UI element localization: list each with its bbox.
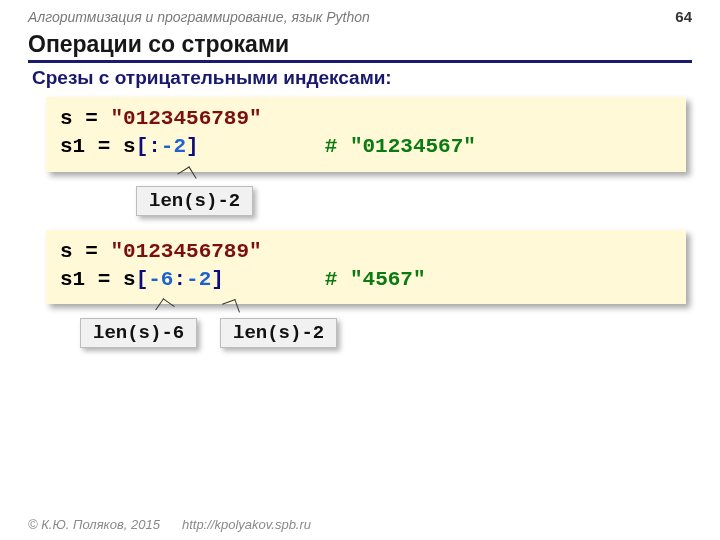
code-comment: # "01234567"	[325, 135, 476, 158]
code-negindex: -6	[148, 268, 173, 291]
code-var: s =	[60, 240, 110, 263]
annotation-len-s-minus-2: len(s)-2	[220, 318, 337, 348]
code-var: s1 = s	[60, 268, 136, 291]
footer-url: http://kpolyakov.spb.ru	[182, 517, 311, 532]
annotation-len-s-minus-2: len(s)-2	[136, 186, 253, 216]
code-bracket: [	[136, 135, 149, 158]
code-pad	[199, 135, 325, 158]
code-block-1: s = "0123456789" s1 = s[:-2] # "01234567…	[46, 97, 686, 172]
code-colon: :	[173, 268, 186, 291]
annotation-len-s-minus-6: len(s)-6	[80, 318, 197, 348]
code-line: s1 = s[-6:-2] # "4567"	[60, 266, 672, 294]
slide: Алгоритмизация и программирование, язык …	[0, 0, 720, 540]
course-name: Алгоритмизация и программирование, язык …	[28, 9, 370, 25]
code-string: "0123456789"	[110, 240, 261, 263]
code-colon: :	[148, 135, 161, 158]
annotation-row-1: len(s)-2	[28, 172, 692, 226]
slide-subtitle: Срезы с отрицательными индексами:	[32, 67, 688, 89]
slide-title: Операции со строками	[28, 31, 692, 63]
code-var: s =	[60, 107, 110, 130]
slide-header: Алгоритмизация и программирование, язык …	[28, 8, 692, 25]
code-pad	[224, 268, 325, 291]
annotation-row-2: len(s)-6 len(s)-2	[28, 304, 692, 358]
code-line: s1 = s[:-2] # "01234567"	[60, 133, 672, 161]
code-string: "0123456789"	[110, 107, 261, 130]
code-bracket: ]	[211, 268, 224, 291]
code-negindex: -2	[161, 135, 186, 158]
code-comment: # "4567"	[325, 268, 426, 291]
code-negindex: -2	[186, 268, 211, 291]
page-number: 64	[675, 8, 692, 25]
code-block-2: s = "0123456789" s1 = s[-6:-2] # "4567"	[46, 230, 686, 305]
code-line: s = "0123456789"	[60, 238, 672, 266]
slide-footer: © К.Ю. Поляков, 2015 http://kpolyakov.sp…	[28, 517, 692, 532]
code-bracket: ]	[186, 135, 199, 158]
code-var: s1 = s	[60, 135, 136, 158]
code-line: s = "0123456789"	[60, 105, 672, 133]
copyright: © К.Ю. Поляков, 2015	[28, 517, 160, 532]
code-bracket: [	[136, 268, 149, 291]
